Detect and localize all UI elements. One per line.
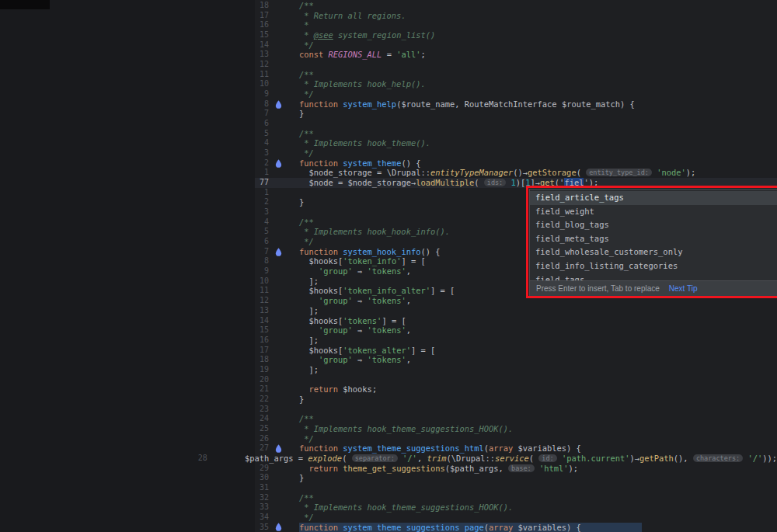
code-line[interactable]: 9 */ [0, 89, 777, 99]
line-number[interactable]: 20 [0, 375, 270, 385]
line-number[interactable]: 2 [0, 158, 270, 169]
line-number[interactable]: 12 [0, 60, 270, 70]
code-line[interactable]: 1 $node_storage = \Drupal::entityTypeMan… [0, 168, 777, 178]
line-number[interactable]: 21 [0, 384, 270, 395]
line-number[interactable]: 1 [0, 168, 270, 178]
line-number[interactable]: 6 [0, 119, 270, 129]
line-number[interactable]: 31 [0, 483, 270, 493]
code-line[interactable]: 14 */ [0, 40, 777, 50]
line-number[interactable]: 14 [0, 40, 270, 50]
code-line[interactable]: 24/** [0, 414, 777, 424]
code-line[interactable]: 34 */ [0, 513, 777, 523]
code-line[interactable]: 8function system_help($route_name, Route… [0, 99, 777, 110]
line-number[interactable]: 11 [0, 70, 270, 80]
line-number[interactable]: 32 [0, 493, 270, 503]
line-number[interactable]: 18 [0, 1, 270, 11]
code-line[interactable]: 19 ]; [0, 365, 777, 375]
code-line[interactable]: 33 * Implements hook_theme_suggestions_H… [0, 502, 777, 513]
line-number[interactable]: 6 [0, 237, 270, 247]
completion-item[interactable]: field_blog_tags [530, 218, 777, 232]
line-number[interactable]: 30 [0, 473, 270, 483]
code-line[interactable]: 10 * Implements hook_help(). [0, 79, 777, 89]
code-line[interactable]: 26 */ [0, 434, 777, 444]
line-number[interactable]: 25 [0, 424, 270, 434]
line-number[interactable]: 17 [0, 11, 270, 21]
line-number[interactable]: 16 [0, 336, 270, 346]
completion-item[interactable]: field_article_tags [530, 191, 777, 205]
code-line[interactable]: 11/** [0, 70, 777, 80]
code-line[interactable]: 18 'group' ⇒ 'tokens', [0, 355, 777, 365]
line-number[interactable]: 14 [0, 316, 270, 326]
code-line[interactable]: 13const REGIONS_ALL = 'all'; [0, 50, 777, 60]
line-number[interactable]: 4 [0, 138, 270, 148]
completion-item[interactable]: field_weight [530, 205, 777, 219]
line-number[interactable]: 3 [0, 207, 270, 217]
code-line[interactable]: 16 * [0, 20, 777, 30]
code-line[interactable]: 31 [0, 483, 777, 493]
line-number[interactable]: 29 [0, 464, 270, 474]
code-line[interactable]: 20 [0, 375, 777, 385]
line-number[interactable]: 18 [0, 355, 270, 365]
code-line[interactable]: 17 * Return all regions. [0, 11, 777, 21]
code-line[interactable]: 30} [0, 473, 777, 483]
code-line[interactable]: 2function system_theme() { [0, 158, 777, 169]
code-line[interactable]: 23 [0, 405, 777, 415]
line-number[interactable]: 34 [0, 513, 270, 523]
line-number[interactable]: 10 [0, 276, 270, 287]
code-line[interactable]: 16 ]; [0, 336, 777, 346]
code-line[interactable]: 27function system_theme_suggestions_html… [0, 443, 777, 454]
line-number[interactable]: 2 [0, 197, 270, 207]
drupal-hook-icon[interactable] [270, 99, 286, 110]
line-number[interactable]: 19 [0, 365, 270, 375]
line-number[interactable]: 7 [0, 109, 270, 119]
line-number[interactable]: 1 [0, 188, 270, 198]
line-number[interactable]: 26 [0, 434, 270, 444]
code-line[interactable]: 22} [0, 395, 777, 405]
completion-item[interactable]: field_wholesale_customers_only [530, 245, 777, 259]
code-line[interactable]: 15 * @see system_region_list() [0, 30, 777, 40]
line-number[interactable]: 10 [0, 79, 270, 89]
line-number[interactable]: 15 [0, 325, 270, 336]
line-number[interactable]: 5 [0, 227, 270, 237]
code-line[interactable]: 77 $node = $node_storage→loadMultiple( i… [0, 178, 777, 188]
line-number[interactable]: 3 [0, 148, 270, 158]
line-number[interactable]: 22 [0, 395, 270, 405]
line-number[interactable]: 12 [0, 296, 270, 306]
line-number[interactable]: 13 [0, 50, 270, 60]
drupal-hook-icon[interactable] [270, 443, 286, 454]
line-number[interactable]: 27 [0, 443, 270, 454]
code-line[interactable]: 29 return theme_get_suggestions($path_ar… [0, 464, 777, 474]
next-tip-link[interactable]: Next Tip [669, 284, 698, 293]
code-line[interactable]: 25 * Implements hook_theme_suggestions_H… [0, 424, 777, 434]
line-number[interactable]: 4 [0, 217, 270, 228]
code-line[interactable]: 21 return $hooks; [0, 384, 777, 395]
line-number[interactable]: 23 [0, 405, 270, 415]
code-line[interactable]: 15 'group' ⇒ 'tokens', [0, 325, 777, 336]
code-line[interactable]: 3 */ [0, 148, 777, 158]
line-number[interactable]: 33 [0, 502, 270, 513]
line-number[interactable]: 77 [0, 178, 270, 188]
drupal-hook-icon[interactable] [270, 247, 286, 257]
code-line[interactable]: 35function system_theme_suggestions_page… [0, 523, 777, 532]
line-number[interactable]: 11 [0, 286, 270, 296]
line-number[interactable]: 9 [0, 89, 270, 99]
code-line[interactable]: 28 $path_args = explode( separator: '/',… [0, 454, 777, 464]
drupal-hook-icon[interactable] [270, 523, 286, 532]
completion-item[interactable]: field_meta_tags [530, 232, 777, 246]
code-line[interactable]: 4 * Implements hook_theme(). [0, 138, 777, 148]
line-number[interactable]: 35 [0, 523, 270, 532]
line-number[interactable]: 8 [0, 256, 270, 266]
line-number[interactable]: 7 [0, 247, 270, 257]
line-number[interactable]: 28 [0, 454, 209, 464]
line-number[interactable]: 15 [0, 30, 270, 40]
code-line[interactable]: 13 ]; [0, 306, 777, 316]
code-line[interactable]: 5/** [0, 129, 777, 139]
line-number[interactable]: 16 [0, 20, 270, 30]
line-number[interactable]: 5 [0, 129, 270, 139]
drupal-hook-icon[interactable] [270, 158, 286, 169]
code-line[interactable]: 14 $hooks['tokens'] = [ [0, 316, 777, 326]
line-number[interactable]: 8 [0, 99, 270, 110]
code-line[interactable]: 17 $hooks['tokens_alter'] = [ [0, 346, 777, 356]
line-number[interactable]: 13 [0, 306, 270, 316]
code-line[interactable]: 12 [0, 60, 777, 70]
